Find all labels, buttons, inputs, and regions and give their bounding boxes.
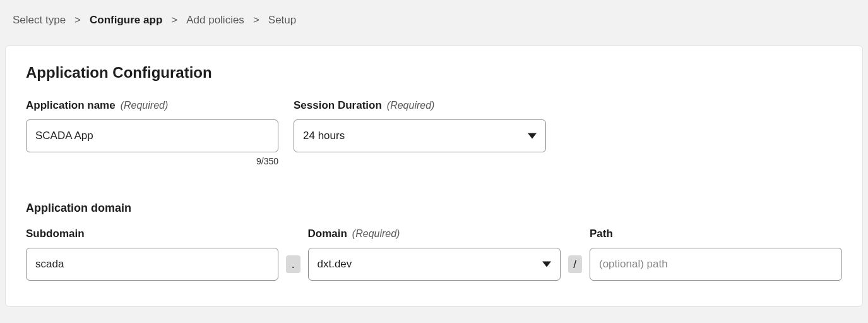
application-name-field: Application name (Required) 9/350 bbox=[26, 99, 278, 166]
application-name-label-text: Application name bbox=[26, 99, 116, 112]
application-name-input[interactable] bbox=[26, 119, 278, 152]
path-field: Path bbox=[590, 228, 842, 281]
session-duration-select[interactable]: 24 hours bbox=[294, 119, 546, 152]
breadcrumb: Select type > Configure app > Add polici… bbox=[0, 0, 868, 46]
breadcrumb-item-add-policies[interactable]: Add policies bbox=[186, 14, 244, 27]
breadcrumb-separator: > bbox=[253, 14, 259, 27]
breadcrumb-item-configure-app[interactable]: Configure app bbox=[90, 14, 162, 27]
application-configuration-card: Application Configuration Application na… bbox=[5, 46, 863, 307]
dot-joiner: . bbox=[286, 255, 300, 273]
chevron-down-icon bbox=[528, 133, 537, 139]
session-duration-label: Session Duration (Required) bbox=[294, 99, 546, 112]
subdomain-input[interactable] bbox=[26, 248, 278, 281]
breadcrumb-separator: > bbox=[171, 14, 177, 27]
card-title: Application Configuration bbox=[26, 64, 842, 82]
application-domain-section-label: Application domain bbox=[26, 202, 842, 215]
domain-label-text: Domain bbox=[308, 228, 347, 240]
chevron-down-icon bbox=[542, 262, 551, 267]
session-duration-field: Session Duration (Required) 24 hours bbox=[294, 99, 546, 166]
breadcrumb-separator: > bbox=[74, 14, 81, 27]
path-input[interactable] bbox=[590, 248, 842, 281]
session-duration-value: 24 hours bbox=[303, 130, 345, 142]
required-hint: (Required) bbox=[121, 100, 169, 111]
breadcrumb-item-select-type[interactable]: Select type bbox=[13, 14, 66, 27]
subdomain-label-text: Subdomain bbox=[26, 228, 85, 240]
subdomain-label: Subdomain bbox=[26, 228, 278, 240]
domain-value: dxt.dev bbox=[318, 258, 352, 271]
required-hint: (Required) bbox=[387, 100, 435, 111]
session-duration-label-text: Session Duration bbox=[294, 99, 382, 112]
path-label: Path bbox=[590, 228, 842, 240]
application-name-char-count: 9/350 bbox=[26, 156, 278, 166]
path-label-text: Path bbox=[590, 228, 613, 240]
breadcrumb-item-setup[interactable]: Setup bbox=[268, 14, 296, 27]
domain-field: Domain (Required) dxt.dev bbox=[308, 228, 561, 281]
subdomain-field: Subdomain bbox=[26, 228, 278, 281]
slash-joiner: / bbox=[568, 255, 583, 273]
domain-label: Domain (Required) bbox=[308, 228, 561, 240]
required-hint: (Required) bbox=[352, 228, 400, 240]
domain-select[interactable]: dxt.dev bbox=[308, 248, 561, 281]
application-name-label: Application name (Required) bbox=[26, 99, 278, 112]
